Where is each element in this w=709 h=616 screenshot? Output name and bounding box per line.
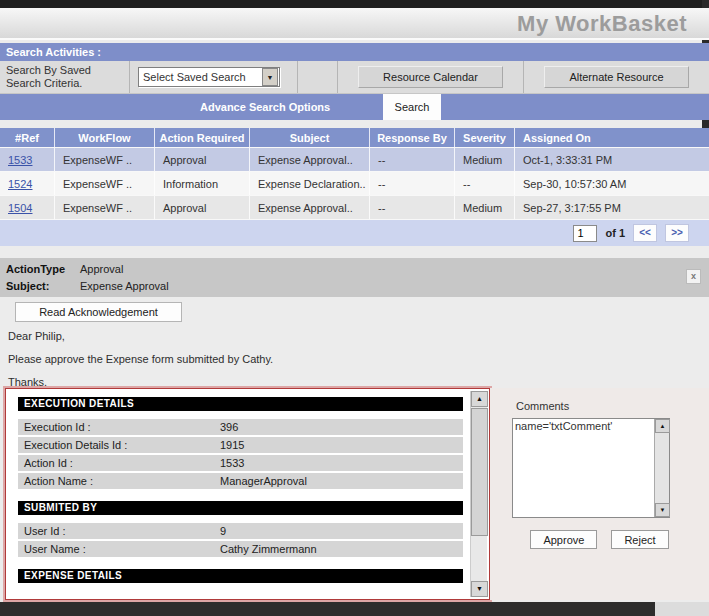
search-activities-bar: Search Activities : bbox=[0, 43, 709, 61]
cell-subject: Expense Approval.. bbox=[250, 196, 370, 219]
resource-calendar-cell: Resource Calendar bbox=[338, 61, 524, 93]
table-row[interactable]: 1504 ExpenseWF .. Approval Expense Appro… bbox=[0, 196, 709, 220]
detail-row: Action Id : 1533 bbox=[18, 455, 463, 471]
column-header-response-by: Response By bbox=[370, 128, 455, 147]
cell-subject: Expense Declaration.. bbox=[250, 172, 370, 195]
detail-value: 9 bbox=[220, 525, 463, 537]
section-header-execution-details: EXECUTION DETAILS bbox=[18, 397, 463, 411]
title-bar: My WorkBasket bbox=[0, 8, 709, 40]
cell-workflow: ExpenseWF .. bbox=[55, 196, 155, 219]
cell-response-by: -- bbox=[370, 172, 455, 195]
resource-calendar-button[interactable]: Resource Calendar bbox=[358, 66, 503, 88]
saved-search-select[interactable]: Select Saved Search ▼ bbox=[138, 67, 280, 87]
close-icon[interactable]: x bbox=[686, 269, 701, 284]
section-header-expense-details: EXPENSE DETAILS bbox=[18, 569, 463, 583]
top-window-bar bbox=[0, 0, 709, 8]
comments-panel: Comments name='txtComment' ▲ ▼ Approve R… bbox=[490, 388, 709, 600]
detail-value: 396 bbox=[220, 421, 463, 433]
cell-action-required: Approval bbox=[155, 148, 250, 171]
subject-value: Expense Approval bbox=[80, 280, 169, 292]
criteria-spacer bbox=[298, 61, 338, 93]
workbasket-page: My WorkBasket Search Activities : Search… bbox=[0, 0, 709, 616]
action-type-label: ActionType bbox=[6, 263, 80, 275]
detail-row: User Name : Cathy Zimmermann bbox=[18, 541, 463, 557]
alternate-resource-button[interactable]: Alternate Resource bbox=[544, 66, 688, 88]
saved-search-cell: Select Saved Search ▼ bbox=[130, 61, 298, 93]
search-activities-label: Search Activities : bbox=[6, 46, 101, 58]
next-page-button[interactable]: >> bbox=[665, 224, 689, 242]
comment-textarea[interactable]: name='txtComment' bbox=[513, 419, 654, 517]
prev-page-button[interactable]: << bbox=[633, 224, 657, 242]
detail-row: Action Name : ManagerApproval bbox=[18, 473, 463, 489]
cell-severity: -- bbox=[455, 172, 515, 195]
task-detail-header: ActionType Approval Subject: Expense App… bbox=[0, 258, 709, 297]
chevron-down-icon[interactable]: ▼ bbox=[262, 68, 278, 86]
detail-row: Execution Details Id : 1915 bbox=[18, 437, 463, 453]
read-acknowledgement-button[interactable]: Read Acknowledgement bbox=[15, 302, 182, 322]
alternate-resource-cell: Alternate Resource bbox=[524, 61, 709, 93]
message-line: Thanks. bbox=[8, 376, 47, 388]
column-header-action-required: Action Required bbox=[155, 128, 250, 147]
cell-severity: Medium bbox=[455, 148, 515, 171]
ref-link[interactable]: 1504 bbox=[8, 202, 32, 214]
action-type-value: Approval bbox=[80, 263, 123, 275]
comments-scrollbar[interactable]: ▲ ▼ bbox=[654, 419, 669, 517]
approve-button[interactable]: Approve bbox=[530, 530, 597, 549]
detail-label: Action Name : bbox=[24, 475, 93, 487]
page-number-input[interactable] bbox=[573, 225, 597, 242]
execution-detail-panel: EXECUTION DETAILS Execution Id : 396 Exe… bbox=[5, 388, 490, 600]
bottom-bar-right bbox=[655, 602, 709, 616]
scroll-down-icon[interactable]: ▼ bbox=[655, 503, 670, 517]
page-title: My WorkBasket bbox=[517, 11, 687, 37]
bottom-bar bbox=[0, 602, 655, 616]
detail-value: 1533 bbox=[220, 457, 463, 469]
column-header-subject: Subject bbox=[250, 128, 370, 147]
cell-assigned-on: Sep-30, 10:57:30 AM bbox=[515, 172, 709, 195]
comments-box: name='txtComment' ▲ ▼ bbox=[512, 418, 670, 518]
cell-assigned-on: Sep-27, 3:17:55 PM bbox=[515, 196, 709, 219]
detail-value: Cathy Zimmermann bbox=[220, 543, 463, 555]
cell-response-by: -- bbox=[370, 148, 455, 171]
advance-search-options-link[interactable]: Advance Search Options bbox=[200, 94, 330, 120]
section-header-submited-by: SUBMITED BY bbox=[18, 501, 463, 515]
search-criteria-row: Search By Saved Search Criteria. Select … bbox=[0, 61, 709, 94]
cell-action-required: Approval bbox=[155, 196, 250, 219]
saved-search-selected-value: Select Saved Search bbox=[139, 71, 262, 83]
worklist-header-row: #Ref WorkFlow Action Required Subject Re… bbox=[0, 128, 709, 148]
column-header-severity: Severity bbox=[455, 128, 515, 147]
cell-response-by: -- bbox=[370, 196, 455, 219]
detail-panel-scrollbar[interactable]: ▲ ▼ bbox=[470, 391, 487, 597]
column-header-assigned-on: Assigned On bbox=[515, 128, 709, 147]
saved-search-criteria-label: Search By Saved Search Criteria. bbox=[0, 61, 130, 93]
detail-label: Execution Id : bbox=[24, 421, 91, 433]
scrollbar-thumb[interactable] bbox=[471, 408, 488, 536]
table-row[interactable]: 1533 ExpenseWF .. Approval Expense Appro… bbox=[0, 148, 709, 172]
comments-label: Comments bbox=[516, 400, 569, 412]
ref-link[interactable]: 1533 bbox=[8, 154, 32, 166]
cell-assigned-on: Oct-1, 3:33:31 PM bbox=[515, 148, 709, 171]
cell-workflow: ExpenseWF .. bbox=[55, 148, 155, 171]
column-header-workflow: WorkFlow bbox=[55, 128, 155, 147]
pagination-bar: of 1 << >> bbox=[0, 220, 709, 246]
cell-subject: Expense Approval.. bbox=[250, 148, 370, 171]
scroll-up-icon[interactable]: ▲ bbox=[655, 419, 670, 433]
message-line: Dear Philip, bbox=[8, 330, 65, 342]
advance-search-bar: Advance Search Options Search bbox=[0, 94, 709, 120]
cell-severity: Medium bbox=[455, 196, 515, 219]
ref-link[interactable]: 1524 bbox=[8, 178, 32, 190]
detail-row: User Id : 9 bbox=[18, 523, 463, 539]
worklist-table: #Ref WorkFlow Action Required Subject Re… bbox=[0, 128, 709, 220]
detail-value: ManagerApproval bbox=[220, 475, 463, 487]
scroll-up-icon[interactable]: ▲ bbox=[471, 391, 488, 407]
table-row[interactable]: 1524 ExpenseWF .. Information Expense De… bbox=[0, 172, 709, 196]
scroll-down-icon[interactable]: ▼ bbox=[471, 581, 488, 597]
detail-row: Execution Id : 396 bbox=[18, 419, 463, 435]
cell-workflow: ExpenseWF .. bbox=[55, 172, 155, 195]
subject-label: Subject: bbox=[6, 280, 80, 292]
reject-button[interactable]: Reject bbox=[611, 530, 668, 549]
detail-label: Execution Details Id : bbox=[24, 439, 127, 451]
search-button[interactable]: Search bbox=[383, 94, 441, 120]
detail-value: 1915 bbox=[220, 439, 463, 451]
detail-label: User Name : bbox=[24, 543, 86, 555]
detail-label: User Id : bbox=[24, 525, 66, 537]
